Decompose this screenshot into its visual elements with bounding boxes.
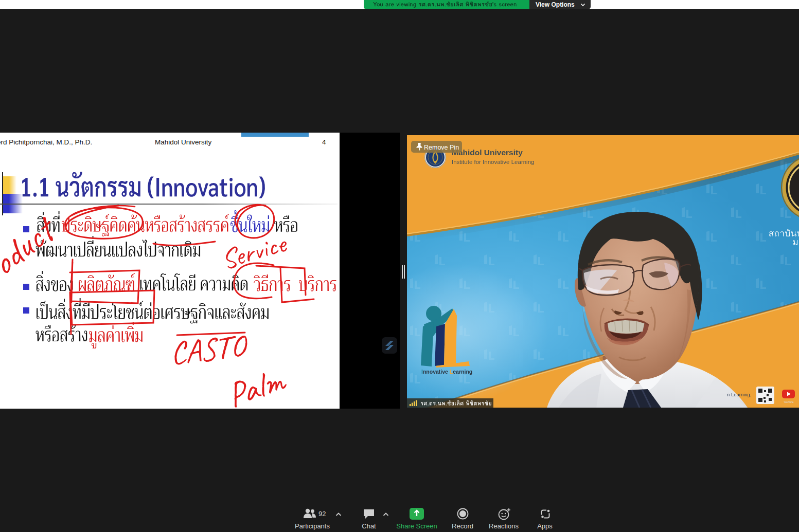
svg-text:Remove Pin: Remove Pin (424, 144, 459, 151)
